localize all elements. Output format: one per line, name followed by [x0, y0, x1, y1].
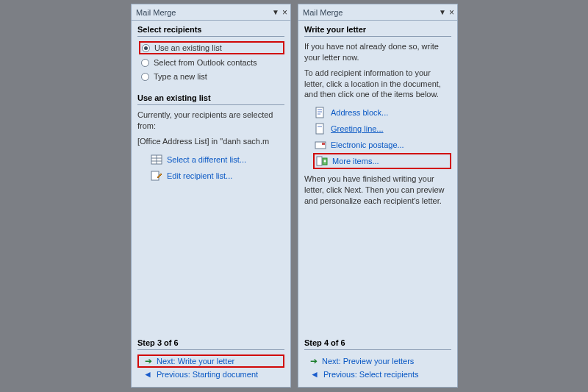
pane-body: Write your letter If you have not alread… — [298, 21, 457, 331]
radio-outlook-contacts[interactable]: Select from Outlook contacts — [139, 57, 284, 68]
more-items-link[interactable]: More items... — [313, 153, 451, 169]
link-label: Greeting line... — [331, 124, 384, 133]
address-icon — [315, 107, 326, 118]
write-letter-text1: If you have not already done so, write y… — [304, 41, 451, 63]
svg-rect-13 — [317, 157, 322, 165]
pane-footer: Step 3 of 6 ➔ Next: Write your letter ◄ … — [132, 331, 290, 387]
mail-merge-pane-step3: Mail Merge ▼ × Select recipients Use an … — [131, 4, 291, 388]
more-icon — [316, 155, 328, 167]
write-letter-text2: To add recipient information to your let… — [304, 68, 451, 101]
write-letter-text3: When you have finished writing your lett… — [304, 174, 451, 207]
arrow-left-icon: ◄ — [143, 370, 152, 379]
svg-rect-12 — [322, 143, 325, 145]
mail-merge-pane-step4: Mail Merge ▼ × Write your letter If you … — [298, 4, 458, 388]
section-header-write-letter: Write your letter — [304, 25, 451, 37]
link-label: Edit recipient list... — [167, 171, 232, 180]
close-icon[interactable]: × — [449, 7, 454, 18]
section-header-recipients: Select recipients — [137, 25, 284, 37]
recipients-radio-group: Use an existing list Select from Outlook… — [137, 41, 284, 85]
link-label: Address block... — [331, 108, 388, 117]
next-label: Next: Write your letter — [157, 357, 234, 366]
close-icon[interactable]: × — [282, 7, 287, 18]
pane-title: Mail Merge — [303, 8, 343, 17]
previous-step-link[interactable]: ◄ Previous: Select recipients — [304, 368, 451, 381]
dropdown-icon[interactable]: ▼ — [272, 8, 279, 16]
link-label: Electronic postage... — [331, 140, 404, 149]
step-indicator: Step 4 of 6 — [304, 338, 451, 350]
section-header-existing-list: Use an existing list — [137, 93, 284, 105]
next-step-link[interactable]: ➔ Next: Write your letter — [137, 354, 284, 368]
info-recipients-source: Currently, your recipients are selected … — [137, 110, 284, 132]
link-label: More items... — [332, 157, 379, 165]
radio-label: Select from Outlook contacts — [154, 58, 257, 67]
edit-icon — [151, 170, 162, 182]
radio-new-list[interactable]: Type a new list — [139, 71, 284, 82]
next-step-link[interactable]: ➔ Next: Preview your letters — [304, 354, 451, 368]
svg-rect-4 — [151, 171, 159, 180]
radio-existing-list[interactable]: Use an existing list — [139, 41, 284, 54]
titlebar: Mail Merge ▼ × — [298, 4, 457, 21]
radio-button-icon — [142, 44, 150, 52]
arrow-right-icon: ➔ — [145, 357, 152, 366]
pane-title: Mail Merge — [136, 8, 176, 17]
previous-step-link[interactable]: ◄ Previous: Starting document — [137, 368, 284, 381]
radio-label: Use an existing list — [154, 43, 222, 52]
radio-button-icon — [141, 59, 149, 67]
prev-label: Previous: Starting document — [157, 370, 258, 379]
arrow-right-icon: ➔ — [310, 357, 318, 366]
pane-body: Select recipients Use an existing list S… — [132, 21, 290, 331]
svg-rect-9 — [316, 124, 323, 134]
svg-rect-5 — [316, 107, 323, 118]
address-block-link[interactable]: Address block... — [313, 104, 451, 121]
radio-button-icon — [141, 73, 149, 81]
titlebar-controls: ▼ × — [272, 7, 287, 18]
electronic-postage-link[interactable]: Electronic postage... — [313, 137, 451, 153]
pane-footer: Step 4 of 6 ➔ Next: Preview your letters… — [298, 331, 457, 387]
prev-label: Previous: Select recipients — [323, 370, 419, 379]
greeting-line-link[interactable]: Greeting line... — [313, 121, 451, 137]
link-label: Select a different list... — [167, 155, 246, 164]
postage-icon — [315, 139, 326, 151]
select-different-list-link[interactable]: Select a different list... — [137, 152, 284, 168]
info-recipients-file: [Office Address List] in "danh sach.m — [137, 136, 284, 147]
greeting-icon — [315, 123, 326, 135]
dropdown-icon[interactable]: ▼ — [439, 8, 446, 16]
insert-items-list: Address block... Greeting line... Electr… — [304, 104, 451, 169]
table-icon — [151, 154, 162, 165]
svg-point-15 — [324, 160, 326, 163]
titlebar-controls: ▼ × — [439, 7, 454, 18]
arrow-left-icon: ◄ — [310, 370, 319, 379]
radio-label: Type a new list — [154, 72, 207, 81]
next-label: Next: Preview your letters — [322, 357, 414, 366]
step-indicator: Step 3 of 6 — [137, 338, 284, 350]
titlebar: Mail Merge ▼ × — [132, 4, 290, 21]
edit-recipient-list-link[interactable]: Edit recipient list... — [137, 168, 284, 184]
